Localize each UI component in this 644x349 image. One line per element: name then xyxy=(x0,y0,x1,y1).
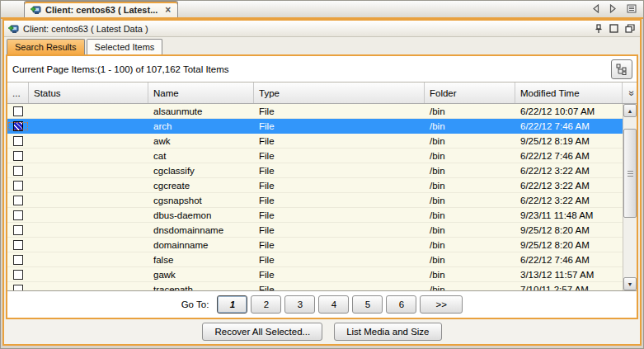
application-window: Client: centos63 ( Latest... × Client: c… xyxy=(0,0,644,349)
results-tabbar: Search Results Selected Items xyxy=(4,37,640,54)
client-computer-icon xyxy=(30,4,41,15)
table-row[interactable]: awk File /bin 9/25/12 8:19 AM xyxy=(7,134,623,149)
goto-label: Go To: xyxy=(181,299,209,309)
row-checkbox-cell xyxy=(7,136,29,146)
page-button[interactable]: 2 xyxy=(251,295,281,314)
tab-search-results[interactable]: Search Results xyxy=(7,39,85,54)
table-row[interactable]: cgsnapshot File /bin 6/22/12 3:22 AM xyxy=(7,193,623,208)
row-checkbox[interactable] xyxy=(13,136,23,146)
row-modified: 6/22/12 3:22 AM xyxy=(515,166,623,176)
row-modified: 9/25/12 8:19 AM xyxy=(515,136,623,146)
row-name: arch xyxy=(148,121,254,131)
page-button[interactable]: 3 xyxy=(284,295,315,314)
row-type: File xyxy=(254,255,425,265)
close-tab-icon[interactable]: × xyxy=(165,4,171,16)
row-modified: 6/22/12 10:07 AM xyxy=(515,106,623,116)
nav-back-icon[interactable] xyxy=(592,4,599,13)
recover-all-selected-button[interactable]: Recover All Selected... xyxy=(202,323,322,341)
table-row[interactable]: arch File /bin 6/22/12 7:46 AM xyxy=(7,119,623,134)
row-type: File xyxy=(254,285,425,291)
table-row[interactable]: alsaunmute File /bin 6/22/12 10:07 AM xyxy=(7,104,623,119)
row-checkbox-cell xyxy=(7,166,29,176)
browse-tree-button[interactable] xyxy=(611,59,632,79)
pagination-bar: Go To: 1 2 3 4 5 6 >> xyxy=(7,290,637,318)
row-type: File xyxy=(254,240,425,250)
page-items-summary: Current Page Items:(1 - 100) of 107,162 … xyxy=(12,64,611,74)
row-name: gawk xyxy=(148,270,254,280)
row-name: cgcreate xyxy=(148,181,254,191)
table-header-row: ... Status Name Type Folder Modified Tim… xyxy=(7,83,637,104)
nav-forward-icon[interactable] xyxy=(609,4,617,13)
row-checkbox[interactable] xyxy=(13,255,23,265)
row-type: File xyxy=(254,196,425,205)
row-folder: /bin xyxy=(425,136,515,146)
row-checkbox[interactable] xyxy=(13,285,23,291)
client-panel: Client: centos63 ( Latest Data ) Search … xyxy=(2,19,642,346)
row-modified: 6/22/12 3:22 AM xyxy=(515,181,623,191)
vertical-scrollbar[interactable]: ▲ ▼ xyxy=(623,104,637,290)
row-checkbox[interactable] xyxy=(13,181,23,191)
scroll-down-icon[interactable]: ▼ xyxy=(623,277,637,290)
list-media-and-size-button[interactable]: List Media and Size xyxy=(334,323,441,341)
scroll-up-icon[interactable]: ▲ xyxy=(623,104,637,117)
page-items-infobar: Current Page Items:(1 - 100) of 107,162 … xyxy=(7,56,637,83)
row-name: alsaunmute xyxy=(148,106,254,116)
pin-icon[interactable] xyxy=(595,24,603,34)
row-folder: /bin xyxy=(425,240,515,250)
panel-title: Client: centos63 ( Latest Data ) xyxy=(23,24,590,34)
row-folder: /bin xyxy=(425,106,515,116)
column-header-type[interactable]: Type xyxy=(254,83,425,103)
restore-icon[interactable] xyxy=(625,24,635,33)
row-checkbox[interactable] xyxy=(13,106,23,116)
view-list-icon[interactable] xyxy=(627,4,637,13)
row-name: dbus-daemon xyxy=(148,210,254,220)
action-bar: Recover All Selected... List Media and S… xyxy=(4,319,640,344)
page-button[interactable]: 4 xyxy=(318,295,349,314)
page-button[interactable]: 5 xyxy=(352,295,383,314)
table-row[interactable]: gawk File /bin 3/13/12 11:57 AM xyxy=(7,267,623,282)
row-folder: /bin xyxy=(425,225,515,235)
row-checkbox[interactable] xyxy=(13,166,23,176)
row-checkbox[interactable] xyxy=(13,210,23,220)
column-header-status[interactable]: Status xyxy=(29,83,148,103)
row-name: awk xyxy=(148,136,254,146)
table-row[interactable]: cgclassify File /bin 6/22/12 3:22 AM xyxy=(7,163,623,178)
table-row[interactable]: cat File /bin 6/22/12 7:46 AM xyxy=(7,149,623,163)
pagination-pages: 1 2 3 4 5 6 >> xyxy=(217,295,463,314)
row-checkbox[interactable] xyxy=(13,270,23,280)
column-header-checkbox[interactable]: ... xyxy=(7,83,29,103)
column-chooser-button[interactable]: » xyxy=(623,83,637,103)
maximize-icon[interactable] xyxy=(609,24,618,33)
page-button[interactable]: >> xyxy=(420,295,463,314)
table-row[interactable]: domainname File /bin 9/25/12 8:20 AM xyxy=(7,238,623,252)
row-folder: /bin xyxy=(425,285,515,291)
column-header-modified[interactable]: Modified Time xyxy=(515,83,623,103)
page-button[interactable]: 6 xyxy=(386,295,416,314)
table-row[interactable]: tracepath File /bin 7/10/11 2:57 AM xyxy=(7,282,623,290)
page-button[interactable]: 1 xyxy=(217,295,247,314)
table-row[interactable]: dbus-daemon File /bin 9/23/11 11:48 AM xyxy=(7,208,623,223)
row-folder: /bin xyxy=(425,181,515,191)
column-header-name[interactable]: Name xyxy=(148,83,254,103)
row-checkbox[interactable] xyxy=(13,151,23,161)
row-checkbox-cell xyxy=(7,225,29,235)
row-modified: 3/13/12 11:57 AM xyxy=(515,270,623,280)
window-tab-client[interactable]: Client: centos63 ( Latest... × xyxy=(24,1,178,17)
tab-selected-items[interactable]: Selected Items xyxy=(87,39,163,54)
row-checkbox[interactable] xyxy=(13,225,23,235)
window-tab-title: Client: centos63 ( Latest... xyxy=(45,5,157,15)
column-header-folder[interactable]: Folder xyxy=(425,83,515,103)
row-checkbox[interactable] xyxy=(13,240,23,250)
row-type: File xyxy=(254,136,425,146)
table-row[interactable]: cgcreate File /bin 6/22/12 3:22 AM xyxy=(7,178,623,193)
row-type: File xyxy=(254,181,425,191)
table-row[interactable]: false File /bin 6/22/12 7:46 AM xyxy=(7,252,623,267)
table-row[interactable]: dnsdomainname File /bin 9/25/12 8:20 AM xyxy=(7,223,623,238)
scrollbar-thumb[interactable] xyxy=(623,129,637,218)
row-checkbox[interactable] xyxy=(13,196,23,205)
row-folder: /bin xyxy=(425,270,515,280)
row-checkbox[interactable] xyxy=(13,121,23,131)
row-checkbox-cell xyxy=(7,285,29,291)
row-type: File xyxy=(254,151,425,161)
row-checkbox-cell xyxy=(7,210,29,220)
